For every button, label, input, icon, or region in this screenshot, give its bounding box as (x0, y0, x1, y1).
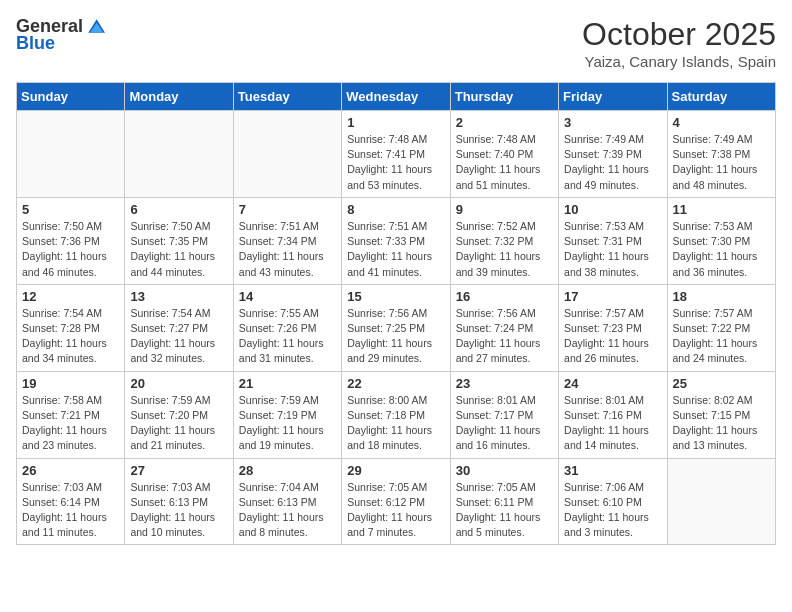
day-detail: Sunrise: 7:52 AM Sunset: 7:32 PM Dayligh… (456, 219, 553, 280)
day-detail: Sunrise: 7:54 AM Sunset: 7:28 PM Dayligh… (22, 306, 119, 367)
day-number: 6 (130, 202, 227, 217)
table-row: 21Sunrise: 7:59 AM Sunset: 7:19 PM Dayli… (233, 371, 341, 458)
table-row: 8Sunrise: 7:51 AM Sunset: 7:33 PM Daylig… (342, 197, 450, 284)
table-row: 3Sunrise: 7:49 AM Sunset: 7:39 PM Daylig… (559, 111, 667, 198)
day-number: 17 (564, 289, 661, 304)
day-detail: Sunrise: 7:55 AM Sunset: 7:26 PM Dayligh… (239, 306, 336, 367)
table-row: 16Sunrise: 7:56 AM Sunset: 7:24 PM Dayli… (450, 284, 558, 371)
day-detail: Sunrise: 7:59 AM Sunset: 7:20 PM Dayligh… (130, 393, 227, 454)
table-row (125, 111, 233, 198)
day-detail: Sunrise: 8:00 AM Sunset: 7:18 PM Dayligh… (347, 393, 444, 454)
table-row: 9Sunrise: 7:52 AM Sunset: 7:32 PM Daylig… (450, 197, 558, 284)
header-wednesday: Wednesday (342, 83, 450, 111)
day-number: 16 (456, 289, 553, 304)
table-row: 12Sunrise: 7:54 AM Sunset: 7:28 PM Dayli… (17, 284, 125, 371)
day-detail: Sunrise: 7:51 AM Sunset: 7:33 PM Dayligh… (347, 219, 444, 280)
table-row (233, 111, 341, 198)
table-row: 1Sunrise: 7:48 AM Sunset: 7:41 PM Daylig… (342, 111, 450, 198)
calendar-week-row: 5Sunrise: 7:50 AM Sunset: 7:36 PM Daylig… (17, 197, 776, 284)
table-row: 2Sunrise: 7:48 AM Sunset: 7:40 PM Daylig… (450, 111, 558, 198)
day-detail: Sunrise: 7:06 AM Sunset: 6:10 PM Dayligh… (564, 480, 661, 541)
table-row: 27Sunrise: 7:03 AM Sunset: 6:13 PM Dayli… (125, 458, 233, 545)
day-number: 8 (347, 202, 444, 217)
day-number: 9 (456, 202, 553, 217)
day-number: 2 (456, 115, 553, 130)
table-row: 23Sunrise: 8:01 AM Sunset: 7:17 PM Dayli… (450, 371, 558, 458)
table-row: 29Sunrise: 7:05 AM Sunset: 6:12 PM Dayli… (342, 458, 450, 545)
table-row: 13Sunrise: 7:54 AM Sunset: 7:27 PM Dayli… (125, 284, 233, 371)
logo-blue-text: Blue (16, 34, 105, 52)
table-row: 22Sunrise: 8:00 AM Sunset: 7:18 PM Dayli… (342, 371, 450, 458)
day-number: 30 (456, 463, 553, 478)
day-detail: Sunrise: 7:05 AM Sunset: 6:12 PM Dayligh… (347, 480, 444, 541)
day-detail: Sunrise: 7:50 AM Sunset: 7:35 PM Dayligh… (130, 219, 227, 280)
header-saturday: Saturday (667, 83, 775, 111)
calendar-week-row: 1Sunrise: 7:48 AM Sunset: 7:41 PM Daylig… (17, 111, 776, 198)
day-number: 27 (130, 463, 227, 478)
day-number: 12 (22, 289, 119, 304)
table-row: 20Sunrise: 7:59 AM Sunset: 7:20 PM Dayli… (125, 371, 233, 458)
header-sunday: Sunday (17, 83, 125, 111)
header-tuesday: Tuesday (233, 83, 341, 111)
day-detail: Sunrise: 8:02 AM Sunset: 7:15 PM Dayligh… (673, 393, 770, 454)
day-number: 5 (22, 202, 119, 217)
table-row (17, 111, 125, 198)
day-detail: Sunrise: 7:48 AM Sunset: 7:41 PM Dayligh… (347, 132, 444, 193)
day-number: 11 (673, 202, 770, 217)
day-number: 29 (347, 463, 444, 478)
table-row: 31Sunrise: 7:06 AM Sunset: 6:10 PM Dayli… (559, 458, 667, 545)
day-detail: Sunrise: 7:03 AM Sunset: 6:13 PM Dayligh… (130, 480, 227, 541)
day-detail: Sunrise: 7:53 AM Sunset: 7:31 PM Dayligh… (564, 219, 661, 280)
day-number: 20 (130, 376, 227, 391)
day-number: 31 (564, 463, 661, 478)
day-detail: Sunrise: 7:54 AM Sunset: 7:27 PM Dayligh… (130, 306, 227, 367)
day-detail: Sunrise: 7:57 AM Sunset: 7:22 PM Dayligh… (673, 306, 770, 367)
table-row: 26Sunrise: 7:03 AM Sunset: 6:14 PM Dayli… (17, 458, 125, 545)
day-number: 21 (239, 376, 336, 391)
calendar-week-row: 12Sunrise: 7:54 AM Sunset: 7:28 PM Dayli… (17, 284, 776, 371)
day-number: 22 (347, 376, 444, 391)
day-detail: Sunrise: 7:50 AM Sunset: 7:36 PM Dayligh… (22, 219, 119, 280)
day-number: 14 (239, 289, 336, 304)
day-detail: Sunrise: 7:59 AM Sunset: 7:19 PM Dayligh… (239, 393, 336, 454)
table-row: 28Sunrise: 7:04 AM Sunset: 6:13 PM Dayli… (233, 458, 341, 545)
day-number: 1 (347, 115, 444, 130)
day-detail: Sunrise: 8:01 AM Sunset: 7:16 PM Dayligh… (564, 393, 661, 454)
day-detail: Sunrise: 7:49 AM Sunset: 7:39 PM Dayligh… (564, 132, 661, 193)
table-row: 24Sunrise: 8:01 AM Sunset: 7:16 PM Dayli… (559, 371, 667, 458)
day-number: 3 (564, 115, 661, 130)
title-block: October 2025 Yaiza, Canary Islands, Spai… (582, 16, 776, 70)
table-row: 5Sunrise: 7:50 AM Sunset: 7:36 PM Daylig… (17, 197, 125, 284)
calendar-location: Yaiza, Canary Islands, Spain (582, 53, 776, 70)
header-thursday: Thursday (450, 83, 558, 111)
day-number: 28 (239, 463, 336, 478)
calendar-week-row: 19Sunrise: 7:58 AM Sunset: 7:21 PM Dayli… (17, 371, 776, 458)
table-row: 11Sunrise: 7:53 AM Sunset: 7:30 PM Dayli… (667, 197, 775, 284)
table-row: 18Sunrise: 7:57 AM Sunset: 7:22 PM Dayli… (667, 284, 775, 371)
day-detail: Sunrise: 8:01 AM Sunset: 7:17 PM Dayligh… (456, 393, 553, 454)
day-number: 19 (22, 376, 119, 391)
day-number: 15 (347, 289, 444, 304)
day-detail: Sunrise: 7:56 AM Sunset: 7:25 PM Dayligh… (347, 306, 444, 367)
day-number: 4 (673, 115, 770, 130)
table-row: 19Sunrise: 7:58 AM Sunset: 7:21 PM Dayli… (17, 371, 125, 458)
day-number: 24 (564, 376, 661, 391)
table-row: 15Sunrise: 7:56 AM Sunset: 7:25 PM Dayli… (342, 284, 450, 371)
table-row: 17Sunrise: 7:57 AM Sunset: 7:23 PM Dayli… (559, 284, 667, 371)
header-friday: Friday (559, 83, 667, 111)
day-detail: Sunrise: 7:51 AM Sunset: 7:34 PM Dayligh… (239, 219, 336, 280)
day-detail: Sunrise: 7:53 AM Sunset: 7:30 PM Dayligh… (673, 219, 770, 280)
day-number: 18 (673, 289, 770, 304)
table-row: 4Sunrise: 7:49 AM Sunset: 7:38 PM Daylig… (667, 111, 775, 198)
calendar-header-row: Sunday Monday Tuesday Wednesday Thursday… (17, 83, 776, 111)
table-row: 7Sunrise: 7:51 AM Sunset: 7:34 PM Daylig… (233, 197, 341, 284)
header-monday: Monday (125, 83, 233, 111)
page-header: General Blue October 2025 Yaiza, Canary … (16, 16, 776, 70)
day-number: 26 (22, 463, 119, 478)
day-number: 13 (130, 289, 227, 304)
table-row: 25Sunrise: 8:02 AM Sunset: 7:15 PM Dayli… (667, 371, 775, 458)
table-row: 14Sunrise: 7:55 AM Sunset: 7:26 PM Dayli… (233, 284, 341, 371)
day-number: 7 (239, 202, 336, 217)
day-number: 23 (456, 376, 553, 391)
day-detail: Sunrise: 7:58 AM Sunset: 7:21 PM Dayligh… (22, 393, 119, 454)
